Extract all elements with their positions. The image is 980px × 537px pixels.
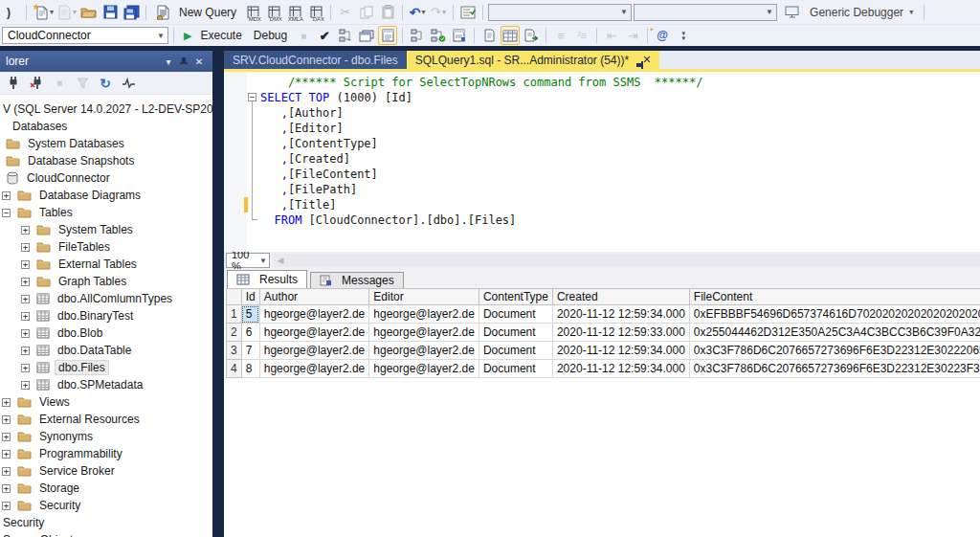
tree-item[interactable]: +Service Broker: [0, 462, 212, 480]
dax-query-button[interactable]: DAX: [306, 3, 325, 22]
save-all-icon[interactable]: [122, 3, 141, 22]
tree-item[interactable]: +Graph Tables: [0, 273, 212, 290]
cell-id[interactable]: 8: [241, 360, 259, 378]
column-header-fileContent[interactable]: FileContent: [689, 289, 980, 305]
undo-icon[interactable]: ↶▾: [408, 3, 427, 22]
cell-fileContent[interactable]: 0xEFBBBF54696D657374616D7020202020202020…: [689, 305, 980, 324]
column-header-author[interactable]: Author: [259, 289, 369, 305]
toolbar-overflow-icon[interactable]: ▾▾: [674, 26, 693, 45]
cell-author[interactable]: hgeorge@layer2.de: [259, 324, 369, 342]
tree-item[interactable]: +Synonyms: [0, 428, 212, 445]
tree-item[interactable]: +External Resources: [0, 411, 212, 428]
collapse-icon[interactable]: −: [2, 209, 11, 217]
cell-contentType[interactable]: Document: [479, 360, 552, 378]
cell-contentType[interactable]: Document: [479, 342, 552, 360]
cell-fileContent[interactable]: 0x3C3F786D6C2076657273696F6E3D22312E3022…: [689, 360, 980, 378]
cell-fileContent[interactable]: 0x255044462D312E350A25C3A4C3BCC3B6C39F0A…: [689, 324, 980, 342]
disconnect-icon[interactable]: [29, 74, 44, 93]
execute-button[interactable]: ▶Execute: [179, 26, 247, 45]
auto-hide-pin-icon[interactable]: [176, 56, 191, 66]
results-text-icon[interactable]: [479, 26, 499, 45]
cell-n[interactable]: 1: [227, 305, 242, 324]
expand-icon[interactable]: +: [21, 295, 30, 303]
design-query-icon[interactable]: [450, 26, 469, 45]
expand-icon[interactable]: +: [21, 243, 30, 252]
tree-item[interactable]: Security: [0, 514, 212, 531]
scroll-left-icon[interactable]: ◀: [274, 256, 287, 265]
sqlcmd-icon[interactable]: *@: [653, 26, 672, 45]
cell-created[interactable]: 2020-11-12 12:59:34.000: [552, 360, 689, 378]
fold-collapse-icon[interactable]: −: [248, 93, 256, 101]
tree-item[interactable]: +Security: [0, 497, 212, 514]
tab-sqlquery1[interactable]: SQLQuery1.sql - SR...Administrator (54))…: [407, 51, 660, 69]
cell-n[interactable]: 3: [227, 342, 242, 360]
tree-item[interactable]: +External Tables: [0, 256, 212, 273]
expand-icon[interactable]: +: [21, 364, 30, 372]
panel-splitter[interactable]: [212, 51, 224, 537]
tree-item[interactable]: +dbo.BinaryTest: [0, 307, 212, 324]
query-options-icon[interactable]: [357, 26, 376, 45]
intellisense-icon[interactable]: [378, 26, 397, 45]
connect-icon[interactable]: [6, 74, 21, 93]
tree-item[interactable]: +System Tables: [0, 221, 212, 238]
expand-icon[interactable]: +: [2, 502, 11, 510]
tab-dbo-files[interactable]: SRV.CloudConnector - dbo.Files: [224, 51, 407, 69]
expand-icon[interactable]: +: [21, 312, 30, 321]
tree-item[interactable]: +Database Diagrams: [0, 187, 212, 204]
tree-item[interactable]: Database Snapshots: [0, 152, 212, 169]
template-params-icon[interactable]: [408, 26, 427, 45]
expand-icon[interactable]: +: [2, 433, 11, 441]
tree-item[interactable]: Databases: [0, 118, 212, 135]
parse-icon[interactable]: ✔: [315, 26, 334, 45]
expand-icon[interactable]: +: [2, 484, 11, 493]
expand-icon[interactable]: +: [2, 191, 11, 200]
new-query-button[interactable]: New Query: [151, 3, 241, 22]
database-combo[interactable]: CloudConnector▼: [2, 27, 168, 44]
editor-horizontal-scrollbar[interactable]: ◀: [274, 254, 980, 267]
column-header-contentType[interactable]: ContentType: [479, 289, 552, 305]
cell-author[interactable]: hgeorge@layer2.de: [259, 342, 369, 360]
column-header-editor[interactable]: Editor: [369, 289, 479, 305]
window-position-icon[interactable]: ▾: [161, 56, 176, 67]
expand-icon[interactable]: +: [21, 278, 30, 286]
analyze-query-icon[interactable]: [429, 26, 448, 45]
tree-item[interactable]: CloudConnector: [0, 169, 212, 187]
tab-results[interactable]: Results: [227, 270, 307, 288]
cell-contentType[interactable]: Document: [479, 324, 552, 342]
tree-item[interactable]: System Databases: [0, 135, 212, 152]
results-file-icon[interactable]: [522, 26, 541, 45]
expand-icon[interactable]: +: [2, 450, 11, 459]
mdx-query-button[interactable]: MDX: [243, 3, 262, 22]
cell-editor[interactable]: hgeorge@layer2.de: [369, 305, 479, 324]
cell-editor[interactable]: hgeorge@layer2.de: [369, 342, 479, 360]
sql-editor[interactable]: /****** Script for SelectTopNRows comman…: [224, 72, 980, 252]
expand-icon[interactable]: +: [21, 226, 30, 235]
cell-created[interactable]: 2020-11-12 12:59:34.000: [552, 305, 689, 324]
expand-icon[interactable]: +: [2, 415, 11, 424]
debug-button[interactable]: Debug: [249, 26, 292, 45]
cell-author[interactable]: hgeorge@layer2.de: [259, 360, 369, 378]
xmla-query-button[interactable]: XMLA: [285, 3, 304, 22]
expand-icon[interactable]: +: [21, 260, 30, 269]
expand-icon[interactable]: +: [21, 381, 30, 390]
cell-id[interactable]: 7: [241, 342, 259, 360]
cell-editor[interactable]: hgeorge@layer2.de: [369, 360, 479, 378]
cell-n[interactable]: 4: [227, 360, 242, 378]
cell-created[interactable]: 2020-11-12 12:59:34.000: [552, 342, 689, 360]
toolbar-combo-1[interactable]: ▼: [488, 4, 632, 21]
activity-monitor-icon[interactable]: [121, 74, 137, 93]
tree-item[interactable]: +dbo.Blob: [0, 324, 212, 342]
tree-item[interactable]: +dbo.SPMetadata: [0, 376, 212, 393]
change-type-icon[interactable]: [336, 26, 355, 45]
cell-fileContent[interactable]: 0x3C3F786D6C2076657273696F6E3D22312E3022…: [689, 342, 980, 360]
expand-icon[interactable]: +: [2, 398, 11, 407]
column-header-id[interactable]: Id: [241, 289, 259, 305]
tab-messages[interactable]: Messages: [310, 272, 404, 288]
save-icon[interactable]: [100, 3, 120, 22]
tree-item[interactable]: +dbo.DataTable: [0, 342, 212, 359]
tree-item[interactable]: +dbo.Files: [0, 359, 212, 376]
column-header-created[interactable]: Created: [552, 289, 689, 305]
open-file-icon[interactable]: [79, 3, 99, 22]
toolbar-combo-2[interactable]: ▼: [634, 4, 777, 21]
expand-icon[interactable]: +: [21, 329, 30, 338]
